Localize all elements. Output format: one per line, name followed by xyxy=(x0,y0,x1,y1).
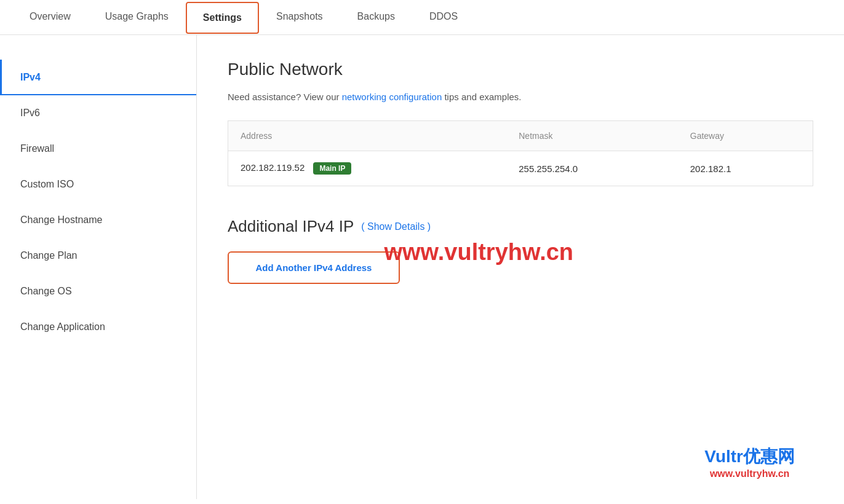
col-gateway: Gateway xyxy=(678,121,813,151)
tab-snapshots[interactable]: Snapshots xyxy=(259,0,340,35)
main-ip-badge: Main IP xyxy=(313,162,351,175)
additional-ipv4-section: Additional IPv4 IP ( Show Details ) Add … xyxy=(228,217,813,284)
gateway-cell: 202.182.1 xyxy=(678,151,813,186)
netmask-cell: 255.255.254.0 xyxy=(506,151,678,186)
sidebar-item-ipv6[interactable]: IPv6 xyxy=(0,95,196,131)
col-netmask: Netmask xyxy=(506,121,678,151)
tab-backups[interactable]: Backups xyxy=(340,0,412,35)
tab-overview[interactable]: Overview xyxy=(12,0,88,35)
col-address: Address xyxy=(228,121,507,151)
main-layout: IPv4 IPv6 Firewall Custom ISO Change Hos… xyxy=(0,35,844,499)
sidebar-item-ipv4[interactable]: IPv4 xyxy=(0,60,196,95)
additional-ipv4-title: Additional IPv4 IP ( Show Details ) xyxy=(228,217,813,236)
sidebar-item-firewall[interactable]: Firewall xyxy=(0,131,196,167)
sidebar-item-change-os[interactable]: Change OS xyxy=(0,274,196,309)
top-navigation: Overview Usage Graphs Settings Snapshots… xyxy=(0,0,844,35)
main-content: Public Network Need assistance? View our… xyxy=(197,35,844,499)
sidebar-item-change-hostname[interactable]: Change Hostname xyxy=(0,202,196,238)
sidebar: IPv4 IPv6 Firewall Custom ISO Change Hos… xyxy=(0,35,197,499)
tab-ddos[interactable]: DDOS xyxy=(412,0,475,35)
help-text: Need assistance? View our networking con… xyxy=(228,92,813,102)
network-table: Address Netmask Gateway 202.182.119.52 M… xyxy=(228,120,813,186)
sidebar-item-change-application[interactable]: Change Application xyxy=(0,309,196,345)
table-row: 202.182.119.52 Main IP 255.255.254.0 202… xyxy=(228,151,813,186)
networking-config-link[interactable]: networking configuration xyxy=(342,92,442,102)
sidebar-item-custom-iso[interactable]: Custom ISO xyxy=(0,167,196,202)
address-cell: 202.182.119.52 Main IP xyxy=(228,151,507,186)
show-details-link[interactable]: ( Show Details ) xyxy=(361,221,431,232)
tab-settings[interactable]: Settings xyxy=(186,2,259,34)
tab-usage-graphs[interactable]: Usage Graphs xyxy=(88,0,186,35)
sidebar-item-change-plan[interactable]: Change Plan xyxy=(0,238,196,274)
add-ipv4-button[interactable]: Add Another IPv4 Address xyxy=(228,251,400,284)
public-network-title: Public Network xyxy=(228,60,813,79)
